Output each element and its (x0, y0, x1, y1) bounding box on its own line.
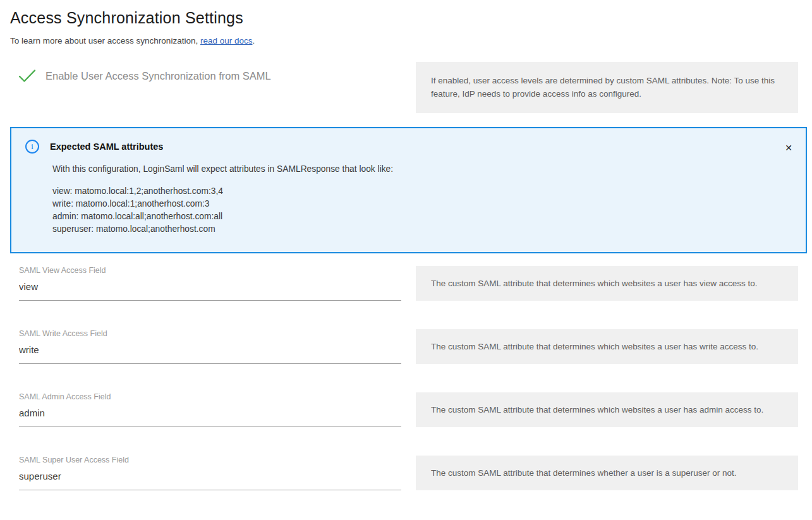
view-field-label: SAML View Access Field (19, 266, 401, 275)
superuser-field-group: SAML Super User Access Field (10, 456, 416, 490)
field-row-superuser: SAML Super User Access Field The custom … (10, 456, 807, 490)
info-icon: i (25, 140, 39, 154)
intro-suffix: . (252, 36, 255, 45)
field-row-write: SAML Write Access Field The custom SAML … (10, 329, 807, 364)
write-field-input[interactable] (19, 339, 401, 364)
view-field-help: The custom SAML attribute that determine… (416, 266, 798, 301)
page-title: Access Synchronization Settings (10, 9, 807, 27)
superuser-field-input[interactable] (19, 465, 401, 490)
notification-body: With this configuration, LoginSaml will … (52, 164, 768, 236)
close-icon[interactable]: ✕ (784, 142, 794, 154)
saml-attributes-notification: i Expected SAML attributes With this con… (10, 127, 807, 253)
admin-field-group: SAML Admin Access Field (10, 392, 416, 427)
enable-sync-checkbox[interactable]: Enable User Access Synchronization from … (10, 62, 416, 83)
view-field-input[interactable] (19, 275, 401, 301)
notification-intro: With this configuration, LoginSaml will … (52, 164, 768, 174)
attribute-line-view: view: matomo.local:1,2;anotherhost.com:3… (52, 185, 768, 198)
admin-field-input[interactable] (19, 402, 401, 427)
notification-title: Expected SAML attributes (50, 142, 163, 152)
view-field-group: SAML View Access Field (10, 266, 416, 301)
enable-sync-help: If enabled, user access levels are deter… (416, 62, 798, 113)
enable-sync-label: Enable User Access Synchronization from … (45, 70, 271, 82)
intro-prefix: To learn more about user access synchron… (10, 36, 200, 45)
admin-field-help: The custom SAML attribute that determine… (416, 392, 798, 427)
write-field-label: SAML Write Access Field (19, 329, 401, 338)
check-icon[interactable] (18, 68, 37, 83)
admin-field-label: SAML Admin Access Field (19, 392, 401, 401)
attribute-examples: view: matomo.local:1,2;anotherhost.com:3… (52, 185, 768, 236)
superuser-field-help: The custom SAML attribute that determine… (416, 456, 798, 490)
attribute-line-superuser: superuser: matomo.local;anotherhost.com (52, 223, 768, 236)
write-field-help: The custom SAML attribute that determine… (416, 329, 798, 364)
attribute-line-write: write: matomo.local:1;anotherhost.com:3 (52, 198, 768, 210)
enable-sync-row: Enable User Access Synchronization from … (10, 62, 807, 113)
intro-text: To learn more about user access synchron… (10, 36, 807, 45)
attribute-line-admin: admin: matomo.local:all;anotherhost.com:… (52, 210, 768, 223)
read-our-docs-link[interactable]: read our docs (200, 36, 253, 45)
settings-page: Access Synchronization Settings To learn… (0, 0, 812, 490)
notification-header: i Expected SAML attributes (25, 140, 768, 154)
write-field-group: SAML Write Access Field (10, 329, 416, 364)
superuser-field-label: SAML Super User Access Field (19, 456, 401, 464)
field-row-view: SAML View Access Field The custom SAML a… (10, 266, 807, 301)
field-row-admin: SAML Admin Access Field The custom SAML … (10, 392, 807, 427)
